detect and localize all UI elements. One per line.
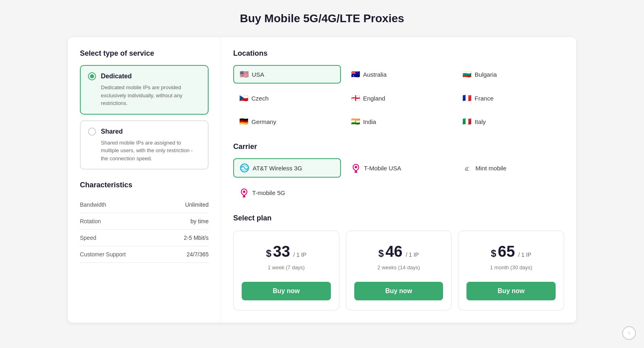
locations-title: Locations bbox=[233, 49, 564, 58]
location-australia[interactable]: 🇦🇺 Australia bbox=[345, 65, 453, 84]
plans-grid: $ 33 / 1 IP 1 week (7 days) Buy now $ 46… bbox=[233, 231, 564, 310]
location-bulgaria-label: Bulgaria bbox=[475, 71, 497, 78]
buy-btn-2[interactable]: Buy now bbox=[466, 282, 556, 300]
flag-germany: 🇩🇪 bbox=[239, 117, 248, 126]
tmobile-5g-icon bbox=[239, 188, 249, 197]
shared-radio[interactable] bbox=[88, 128, 96, 136]
carrier-tmobile-5g[interactable]: T-mobile 5G bbox=[233, 183, 341, 202]
location-usa-label: USA bbox=[252, 71, 264, 78]
page-title: Buy Mobile 5G/4G/LTE Proxies bbox=[8, 12, 636, 25]
flag-france: 🇫🇷 bbox=[462, 94, 471, 103]
plan-price-1: $ 46 / 1 IP bbox=[378, 243, 419, 260]
char-row-speed: Speed 2-5 Mbit/s bbox=[80, 230, 209, 246]
location-czech[interactable]: 🇨🇿 Czech bbox=[233, 89, 341, 107]
flag-usa: 🇺🇸 bbox=[240, 70, 249, 79]
carrier-title: Carrier bbox=[233, 143, 564, 151]
flag-italy: 🇮🇹 bbox=[462, 117, 471, 126]
svg-point-1 bbox=[355, 166, 357, 168]
char-label-rotation: Rotation bbox=[80, 218, 101, 224]
location-france[interactable]: 🇫🇷 France bbox=[456, 89, 564, 107]
left-panel: Select type of service Dedicated Dedicat… bbox=[68, 37, 221, 323]
plan-dollar-1: $ bbox=[378, 248, 384, 259]
flag-czech: 🇨🇿 bbox=[239, 94, 248, 103]
shared-desc: Shared mobile IPs are assigned to multip… bbox=[101, 139, 201, 163]
carrier-att[interactable]: AT&T Wireless 3G bbox=[233, 158, 341, 178]
main-container: Select type of service Dedicated Dedicat… bbox=[68, 37, 576, 323]
dedicated-card-header: Dedicated bbox=[88, 72, 201, 80]
location-india[interactable]: 🇮🇳 India bbox=[345, 113, 453, 130]
char-section-title: Characteristics bbox=[80, 181, 209, 189]
flag-india: 🇮🇳 bbox=[351, 117, 360, 126]
location-england[interactable]: 🏴󠁧󠁢󠁥󠁮󠁧󠁿 England bbox=[345, 89, 453, 107]
carrier-att-label: AT&T Wireless 3G bbox=[253, 165, 302, 172]
char-label-support: Customer Support bbox=[80, 251, 126, 258]
plan-price-0: $ 33 / 1 IP bbox=[266, 243, 306, 260]
plan-per-1: / 1 IP bbox=[406, 252, 419, 258]
location-india-label: India bbox=[363, 118, 376, 125]
location-germany-label: Germany bbox=[251, 118, 276, 125]
characteristics-section: Characteristics Bandwidth Unlimited Rota… bbox=[80, 181, 209, 263]
flag-australia: 🇦🇺 bbox=[351, 70, 360, 79]
location-france-label: France bbox=[475, 95, 493, 102]
location-italy-label: Italy bbox=[475, 118, 486, 125]
char-value-bandwidth: Unlimited bbox=[185, 201, 209, 208]
mint-icon bbox=[462, 163, 472, 173]
location-england-label: England bbox=[363, 95, 385, 102]
plan-duration-2: 1 month (30 days) bbox=[490, 264, 532, 270]
plan-card-2: $ 65 / 1 IP 1 month (30 days) Buy now bbox=[458, 231, 564, 310]
location-italy[interactable]: 🇮🇹 Italy bbox=[456, 113, 564, 130]
plan-per-2: / 1 IP bbox=[518, 252, 531, 258]
char-value-support: 24/7/365 bbox=[187, 251, 209, 258]
scroll-up-btn[interactable]: ↑ bbox=[622, 326, 636, 340]
carrier-mint[interactable]: Mint mobile bbox=[456, 158, 564, 178]
plan-amount-2: 65 bbox=[498, 243, 515, 260]
char-row-rotation: Rotation by time bbox=[80, 213, 209, 230]
carrier-tmobile-usa-label: T-Mobile USA bbox=[364, 165, 401, 172]
carrier-grid: AT&T Wireless 3G T-Mobile USA bbox=[233, 158, 564, 202]
location-usa[interactable]: 🇺🇸 USA bbox=[233, 65, 341, 84]
right-panel: Locations 🇺🇸 USA 🇦🇺 Australia 🇧🇬 Bulgari… bbox=[221, 37, 576, 323]
plan-dollar-0: $ bbox=[266, 248, 271, 259]
plan-price-2: $ 65 / 1 IP bbox=[491, 243, 531, 260]
plans-title: Select plan bbox=[233, 214, 564, 222]
dedicated-name: Dedicated bbox=[101, 73, 132, 80]
plan-amount-1: 46 bbox=[385, 243, 402, 260]
service-section-title: Select type of service bbox=[80, 49, 209, 58]
plan-duration-1: 2 weeks (14 days) bbox=[377, 264, 420, 270]
shared-card-header: Shared bbox=[88, 128, 201, 136]
carrier-tmobile-usa[interactable]: T-Mobile USA bbox=[345, 158, 453, 178]
carrier-mint-label: Mint mobile bbox=[475, 165, 506, 172]
char-label-bandwidth: Bandwidth bbox=[80, 201, 106, 208]
location-czech-label: Czech bbox=[251, 95, 269, 102]
tmobile-usa-icon bbox=[351, 163, 361, 173]
char-label-speed: Speed bbox=[80, 235, 96, 241]
dedicated-card[interactable]: Dedicated Dedicated mobile IPs are provi… bbox=[80, 65, 209, 115]
shared-name: Shared bbox=[101, 128, 123, 135]
plan-duration-0: 1 week (7 days) bbox=[268, 264, 305, 270]
plan-card-0: $ 33 / 1 IP 1 week (7 days) Buy now bbox=[233, 231, 339, 310]
char-row-support: Customer Support 24/7/365 bbox=[80, 246, 209, 263]
svg-point-2 bbox=[243, 191, 245, 193]
dedicated-desc: Dedicated mobile IPs are provided exclus… bbox=[101, 84, 201, 107]
locations-grid: 🇺🇸 USA 🇦🇺 Australia 🇧🇬 Bulgaria 🇨🇿 Czech… bbox=[233, 65, 564, 130]
location-australia-label: Australia bbox=[363, 71, 387, 78]
plan-dollar-2: $ bbox=[491, 248, 496, 259]
char-table: Bandwidth Unlimited Rotation by time Spe… bbox=[80, 197, 209, 263]
dedicated-radio[interactable] bbox=[88, 72, 96, 80]
shared-card[interactable]: Shared Shared mobile IPs are assigned to… bbox=[80, 120, 209, 170]
buy-btn-1[interactable]: Buy now bbox=[354, 282, 443, 300]
char-value-speed: 2-5 Mbit/s bbox=[184, 235, 209, 241]
carrier-tmobile-5g-label: T-mobile 5G bbox=[252, 189, 285, 196]
char-row-bandwidth: Bandwidth Unlimited bbox=[80, 197, 209, 213]
buy-btn-0[interactable]: Buy now bbox=[242, 282, 331, 300]
plan-card-1: $ 46 / 1 IP 2 weeks (14 days) Buy now bbox=[346, 231, 452, 310]
flag-bulgaria: 🇧🇬 bbox=[462, 70, 471, 79]
flag-england: 🏴󠁧󠁢󠁥󠁮󠁧󠁿 bbox=[351, 94, 360, 103]
plan-amount-0: 33 bbox=[273, 243, 290, 260]
att-icon bbox=[240, 163, 249, 173]
char-value-rotation: by time bbox=[190, 218, 209, 224]
location-bulgaria[interactable]: 🇧🇬 Bulgaria bbox=[456, 65, 564, 84]
plan-per-0: / 1 IP bbox=[293, 252, 307, 258]
location-germany[interactable]: 🇩🇪 Germany bbox=[233, 113, 341, 130]
